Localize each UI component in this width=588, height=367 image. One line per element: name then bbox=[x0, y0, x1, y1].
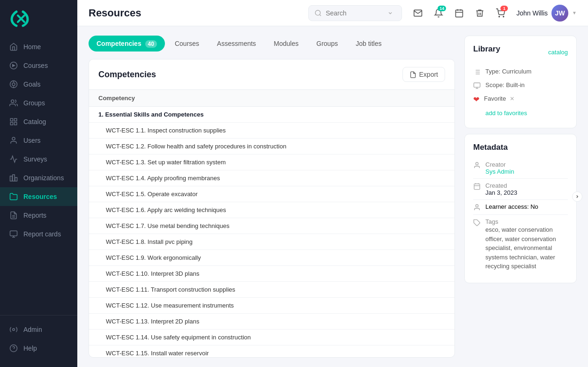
sidebar-item-label: Home bbox=[23, 43, 41, 51]
favorite-heart-icon: ❤ bbox=[473, 95, 479, 104]
sidebar-item-reports[interactable]: Reports bbox=[0, 206, 77, 225]
sidebar-item-label: Users bbox=[23, 137, 41, 144]
table-row: 1. Essential Skills and Competences bbox=[89, 107, 454, 123]
tab-groups[interactable]: Groups bbox=[308, 36, 346, 51]
svg-rect-24 bbox=[456, 10, 463, 17]
reports-icon bbox=[9, 211, 18, 220]
add-to-favorites-link[interactable]: add to favorites bbox=[485, 110, 527, 117]
mail-button[interactable] bbox=[409, 5, 426, 22]
home-icon bbox=[9, 43, 18, 51]
search-dropdown[interactable] bbox=[386, 8, 395, 18]
svg-point-10 bbox=[12, 137, 15, 140]
user-menu[interactable]: John Willis JW ▼ bbox=[516, 5, 577, 22]
sidebar-item-resources[interactable]: Resources bbox=[0, 187, 77, 206]
competencies-table-container: Competencies Export Competency 1. Essent… bbox=[89, 59, 455, 358]
sidebar-item-users[interactable]: Users bbox=[0, 131, 77, 150]
library-favorite-row: ❤ Favorite ✕ bbox=[473, 92, 568, 107]
calendar-meta-icon bbox=[473, 183, 481, 190]
sidebar-item-help[interactable]: Help bbox=[0, 339, 77, 358]
sidebar-item-report-cards[interactable]: Report cards bbox=[0, 225, 77, 243]
sidebar-item-label: Surveys bbox=[23, 155, 47, 163]
svg-point-2 bbox=[12, 83, 15, 86]
library-type-row: Type: Curriculum bbox=[473, 65, 568, 79]
trash-button[interactable] bbox=[471, 5, 488, 22]
sidebar-item-label: Reports bbox=[23, 212, 46, 219]
collapse-panel-button[interactable] bbox=[572, 191, 582, 202]
svg-rect-9 bbox=[15, 123, 17, 125]
tab-competencies[interactable]: Competencies 40 bbox=[89, 36, 165, 51]
competencies-count-badge: 40 bbox=[145, 40, 157, 48]
trash-icon bbox=[475, 8, 484, 18]
add-to-favorites-row: add to favorites bbox=[473, 107, 568, 119]
report-cards-icon bbox=[9, 230, 18, 238]
table-row: WCT-ESC 1.6. Apply arc welding technique… bbox=[89, 202, 454, 218]
sidebar-item-catalog[interactable]: Catalog bbox=[0, 112, 77, 131]
sidebar-item-goals[interactable]: Goals bbox=[0, 75, 77, 94]
chevron-right-icon bbox=[575, 194, 580, 199]
tab-courses[interactable]: Courses bbox=[167, 36, 207, 51]
svg-point-29 bbox=[503, 16, 504, 17]
svg-point-44 bbox=[476, 205, 478, 207]
remove-favorite-button[interactable]: ✕ bbox=[510, 95, 514, 102]
left-panel: Competencies 40 Courses Assessments Modu… bbox=[89, 36, 455, 358]
library-card-header: Library catalog bbox=[473, 44, 568, 59]
tab-assessments[interactable]: Assessments bbox=[209, 36, 264, 51]
header: Resources 14 bbox=[77, 0, 588, 26]
sidebar-item-admin[interactable]: Admin bbox=[0, 320, 77, 339]
mail-icon bbox=[413, 8, 423, 18]
tab-modules[interactable]: Modules bbox=[266, 36, 306, 51]
competencies-title: Competencies bbox=[98, 70, 156, 80]
tab-job-titles[interactable]: Job titles bbox=[348, 36, 389, 51]
table-row: WCT-ESC 1.3. Set up water filtration sys… bbox=[89, 154, 454, 170]
table-row: WCT-ESC 1.4. Apply proofing membranes bbox=[89, 170, 454, 186]
table-row: WCT-ESC 1.2. Follow health and safety pr… bbox=[89, 139, 454, 154]
sidebar-item-label: Organizations bbox=[23, 174, 64, 182]
svg-point-39 bbox=[476, 162, 478, 165]
notifications-badge: 14 bbox=[438, 6, 446, 11]
users-icon bbox=[9, 136, 18, 145]
competency-column-header: Competency bbox=[89, 90, 454, 107]
sidebar-item-label: Courses bbox=[23, 62, 48, 69]
table-row: WCT-ESC 1.7. Use metal bending technique… bbox=[89, 218, 454, 234]
metadata-tags-row: Tags esco, water conservation officer, w… bbox=[473, 215, 568, 274]
cart-badge: 1 bbox=[500, 6, 508, 11]
sidebar-item-home[interactable]: Home bbox=[0, 37, 77, 56]
sidebar-item-groups[interactable]: Groups bbox=[0, 94, 77, 112]
content-area: Competencies 40 Courses Assessments Modu… bbox=[77, 26, 588, 367]
surveys-icon bbox=[9, 155, 18, 163]
svg-rect-11 bbox=[10, 176, 13, 181]
sidebar-item-organizations[interactable]: Organizations bbox=[0, 169, 77, 187]
sidebar-item-courses[interactable]: Courses bbox=[0, 56, 77, 75]
courses-icon bbox=[9, 61, 18, 70]
cart-button[interactable]: 1 bbox=[492, 5, 509, 22]
help-icon bbox=[9, 344, 18, 352]
svg-rect-16 bbox=[10, 231, 17, 236]
search-input[interactable] bbox=[326, 9, 382, 17]
creator-link[interactable]: Sys Admin bbox=[485, 168, 514, 175]
goals-icon bbox=[9, 80, 18, 88]
type-icon bbox=[473, 68, 481, 76]
groups-icon bbox=[9, 99, 18, 107]
competency-table: Competency 1. Essential Skills and Compe… bbox=[89, 90, 454, 358]
page-title: Resources bbox=[89, 7, 141, 19]
main-content: Resources 14 bbox=[77, 0, 588, 367]
notifications-button[interactable]: 14 bbox=[430, 5, 447, 22]
sidebar-item-surveys[interactable]: Surveys bbox=[0, 150, 77, 169]
table-row: WCT-ESC 1.15. Install water reservoir bbox=[89, 345, 454, 358]
catalog-link[interactable]: catalog bbox=[548, 49, 568, 56]
avatar-image: JW bbox=[551, 5, 568, 22]
svg-point-22 bbox=[315, 10, 320, 15]
search-bar[interactable] bbox=[308, 5, 402, 21]
sidebar-navigation: Home Courses Goals Groups Catalog Users bbox=[0, 33, 77, 315]
svg-rect-8 bbox=[10, 123, 13, 125]
tabs-bar: Competencies 40 Courses Assessments Modu… bbox=[89, 36, 455, 51]
metadata-card: Metadata Creator Sys Admin Created Jan 3… bbox=[464, 134, 577, 283]
calendar-button[interactable] bbox=[451, 5, 468, 22]
export-button[interactable]: Export bbox=[402, 67, 445, 82]
user-avatar: JW bbox=[551, 5, 568, 22]
header-icons: 14 1 bbox=[409, 5, 509, 22]
table-row: WCT-ESC 1.5. Operate excavator bbox=[89, 186, 454, 202]
logo[interactable] bbox=[9, 9, 33, 28]
table-row: WCT-ESC 1.11. Transport construction sup… bbox=[89, 282, 454, 298]
svg-rect-36 bbox=[474, 83, 480, 87]
